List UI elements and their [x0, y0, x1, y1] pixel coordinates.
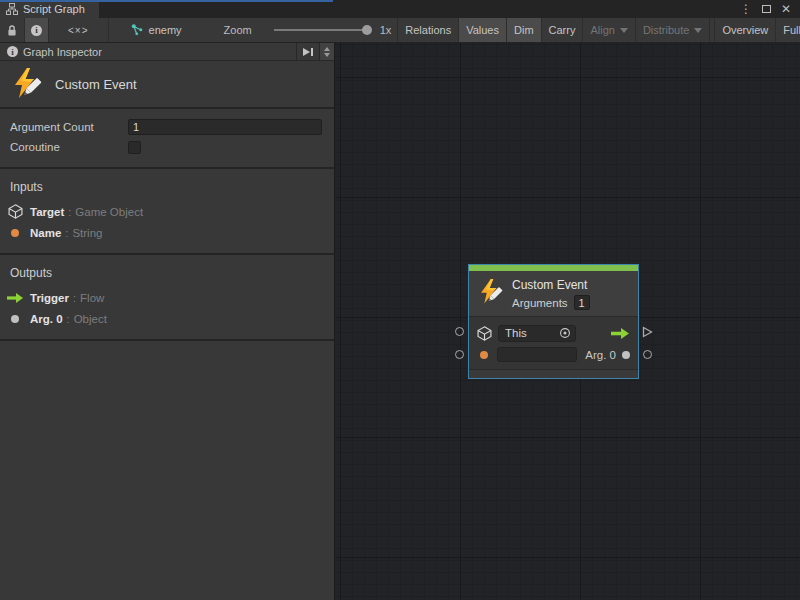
main-area: i Graph Inspector	[0, 43, 800, 600]
unit-title: Custom Event	[55, 77, 137, 92]
string-port-icon	[480, 351, 488, 359]
outputs-section: Outputs Trigger : Flow Arg. 0 :	[0, 255, 334, 341]
arg0-label: Arg. 0	[585, 349, 616, 361]
zoom-slider-handle[interactable]	[362, 25, 372, 35]
zoom-control: Zoom 1x	[224, 18, 398, 42]
toolbar-button-relations[interactable]: Relations	[397, 18, 459, 42]
info-icon: i	[31, 25, 42, 36]
toolbar-button-align[interactable]: Align	[583, 18, 635, 42]
event-name-input[interactable]	[497, 347, 577, 362]
unit-settings-block: Argument Count Coroutine	[0, 109, 334, 169]
port-name: Trigger	[30, 292, 69, 304]
script-graph-window: Script Graph ⋮ ✕ i <×>	[0, 0, 800, 600]
object-port-icon	[11, 315, 19, 323]
port-name: Name	[30, 227, 61, 239]
port-name: Target	[30, 206, 64, 218]
window-maximize-button[interactable]	[758, 1, 774, 17]
node-arg0-row: Arg. 0	[477, 346, 630, 363]
output-port-arg0[interactable]	[643, 350, 652, 359]
custom-event-icon	[477, 278, 503, 306]
argument-count-label: Argument Count	[10, 121, 128, 133]
inputs-section: Inputs Target : Game Object Name :	[0, 169, 334, 255]
lock-button[interactable]	[0, 18, 25, 42]
maximize-icon	[762, 5, 771, 13]
string-port-icon	[11, 229, 19, 237]
node-arguments-label: Arguments	[512, 297, 568, 309]
outputs-heading: Outputs	[0, 263, 334, 287]
game-object-cube-icon	[477, 326, 492, 341]
port-type: Flow	[80, 292, 104, 304]
node-header[interactable]: Custom Event Arguments 1	[469, 271, 638, 316]
port-type: Object	[74, 313, 107, 325]
port-row-name: Name : String	[0, 222, 334, 243]
toolbar-button-group: Relations Values Dim Carry Align Distrib…	[397, 18, 800, 42]
node-target-row: This	[477, 323, 630, 343]
zoom-value: 1x	[380, 24, 392, 36]
output-port-trigger[interactable]	[642, 326, 653, 338]
graph-icon	[131, 24, 144, 36]
object-port-icon	[622, 351, 630, 359]
graph-breadcrumb[interactable]: enemy	[131, 18, 182, 42]
coroutine-checkbox[interactable]	[128, 141, 141, 154]
node-footer	[469, 369, 638, 378]
zoom-label: Zoom	[224, 24, 252, 36]
custom-event-node[interactable]: Custom Event Arguments 1	[468, 264, 639, 379]
dropdown-arrow-icon	[620, 28, 628, 33]
port-row-trigger: Trigger : Flow	[0, 287, 334, 308]
graph-canvas[interactable]: Custom Event Arguments 1	[335, 43, 800, 600]
node-arguments-field[interactable]: 1	[574, 295, 590, 310]
coroutine-row: Coroutine	[0, 137, 334, 157]
window-close-button[interactable]: ✕	[778, 1, 794, 17]
script-graph-icon	[6, 3, 18, 15]
toolbar-left-group: i <×>	[0, 18, 109, 42]
inspector-toggle-button[interactable]: i	[25, 18, 49, 42]
toolbar-button-fullscreen[interactable]: Full Screen	[776, 18, 800, 42]
target-object-select[interactable]: This	[498, 325, 576, 342]
dock-panel-button[interactable]	[296, 43, 319, 60]
port-separator: :	[65, 227, 68, 239]
custom-event-icon	[10, 67, 42, 101]
graph-name: enemy	[149, 24, 182, 36]
port-row-target: Target : Game Object	[0, 201, 334, 222]
window-controls: ⋮ ✕	[738, 0, 800, 18]
toolbar-button-overview[interactable]: Overview	[715, 18, 776, 42]
flow-arrow-icon	[7, 292, 24, 304]
inspector-title: Graph Inspector	[23, 46, 102, 58]
object-picker-icon	[559, 327, 571, 339]
toolbar-button-distribute[interactable]: Distribute	[636, 18, 710, 42]
port-name: Arg. 0	[30, 313, 63, 325]
game-object-cube-icon	[8, 204, 23, 219]
toolbar-button-values[interactable]: Values	[459, 18, 507, 42]
input-port-target[interactable]	[455, 327, 464, 336]
tab-script-graph[interactable]: Script Graph	[0, 0, 99, 18]
lock-icon	[6, 24, 18, 37]
zoom-slider[interactable]	[274, 24, 370, 36]
inspector-empty-area	[0, 341, 334, 600]
argument-count-input[interactable]	[128, 119, 322, 135]
inspector-header: i Graph Inspector	[0, 43, 334, 61]
port-row-arg0: Arg. 0 : Object	[0, 308, 334, 329]
focused-tab-accent	[0, 0, 333, 2]
dropdown-arrow-icon	[694, 28, 702, 33]
input-port-name[interactable]	[455, 350, 464, 359]
node-body: This Ar	[469, 316, 638, 369]
inputs-heading: Inputs	[0, 177, 334, 201]
port-type: Game Object	[75, 206, 143, 218]
port-separator: :	[68, 206, 71, 218]
zoom-slider-track	[274, 29, 370, 31]
panel-spinner[interactable]	[319, 43, 334, 60]
window-menu-button[interactable]: ⋮	[738, 1, 754, 17]
spinner-up-icon	[324, 47, 330, 51]
spinner-down-icon	[324, 53, 330, 57]
tab-bar: Script Graph ⋮ ✕	[0, 0, 800, 18]
unit-header: Custom Event	[0, 61, 334, 109]
graph-toolbar: i <×> enemy Zoom 1x Relations	[0, 18, 800, 43]
info-icon: i	[7, 46, 18, 57]
port-separator: :	[73, 292, 76, 304]
toolbar-button-carry[interactable]: Carry	[542, 18, 584, 42]
port-separator: :	[67, 313, 70, 325]
coroutine-label: Coroutine	[10, 141, 128, 153]
toolbar-button-dim[interactable]: Dim	[507, 18, 542, 42]
code-preview-button[interactable]: <×>	[49, 18, 109, 42]
code-preview-icon: <×>	[56, 25, 101, 36]
